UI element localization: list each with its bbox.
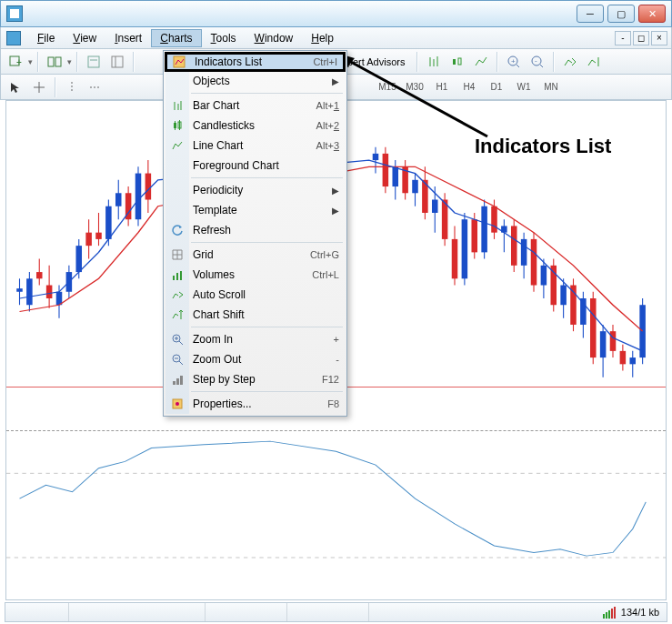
menu-item-refresh[interactable]: Refresh: [165, 220, 345, 240]
crosshair-button[interactable]: [28, 77, 50, 97]
svg-rect-44: [105, 206, 112, 239]
indicators-list-icon: [172, 55, 186, 69]
menu-shortcut: Alt+2: [316, 120, 339, 131]
hline-button[interactable]: [85, 77, 106, 97]
svg-text:+: +: [16, 57, 22, 67]
menu-item-line-chart[interactable]: Line ChartAlt+3: [165, 136, 345, 156]
menu-shortcut: Ctrl+G: [310, 249, 339, 260]
zoom-out-button[interactable]: -: [527, 52, 548, 72]
svg-rect-52: [145, 174, 152, 200]
annotation-label: Indicators List: [475, 135, 611, 158]
menu-item-label: Step by Step: [193, 373, 322, 386]
menu-item-zoom-out[interactable]: Zoom Out-: [165, 349, 345, 369]
market-watch-button[interactable]: [83, 52, 105, 72]
mdi-close-button[interactable]: ×: [651, 31, 667, 45]
window-maximize-button[interactable]: ▢: [607, 5, 635, 23]
menu-file[interactable]: File: [28, 29, 64, 47]
menu-item-template[interactable]: Template▶: [165, 200, 345, 220]
menu-window[interactable]: Window: [246, 29, 303, 47]
timeframe-w1[interactable]: W1: [510, 78, 537, 96]
window-close-button[interactable]: ✕: [638, 5, 666, 23]
menu-item-chart-shift[interactable]: Chart Shift: [165, 305, 345, 325]
svg-rect-32: [46, 286, 53, 298]
menu-item-label: Properties...: [193, 398, 327, 410]
menu-item-bar-chart[interactable]: Bar ChartAlt+1: [165, 96, 345, 116]
menu-item-periodicity[interactable]: Periodicity▶: [165, 180, 345, 200]
svg-rect-100: [600, 331, 607, 357]
autoscroll-icon: [170, 287, 185, 302]
svg-line-135: [347, 60, 487, 136]
svg-rect-121: [180, 271, 182, 280]
svg-rect-130: [173, 381, 176, 385]
autoscroll-button[interactable]: [559, 52, 581, 72]
mdi-minimize-button[interactable]: -: [615, 31, 631, 45]
svg-text:+: +: [511, 57, 516, 65]
menu-item-label: Volumes: [193, 268, 312, 281]
menu-item-label: Zoom In: [193, 333, 334, 346]
svg-rect-104: [620, 351, 627, 364]
menu-item-label: Candlesticks: [193, 119, 316, 132]
menu-item-objects[interactable]: Objects▶: [165, 71, 345, 91]
menu-item-label: Line Chart: [193, 139, 316, 152]
menu-shortcut: +: [334, 334, 339, 345]
svg-rect-42: [95, 233, 102, 239]
svg-rect-86: [531, 239, 537, 286]
svg-rect-106: [629, 357, 636, 364]
chartshift-button[interactable]: [583, 52, 605, 72]
menu-item-indicators-list[interactable]: Indicators ListCtrl+I: [165, 52, 346, 72]
svg-rect-58: [392, 166, 398, 186]
svg-rect-66: [432, 200, 438, 213]
refresh-icon: [170, 223, 185, 237]
profiles-button[interactable]: [44, 52, 65, 72]
submenu-arrow-icon: ▶: [332, 186, 339, 196]
zoomout-icon: [170, 352, 185, 367]
mdi-restore-button[interactable]: ◻: [633, 31, 649, 45]
svg-rect-46: [115, 193, 122, 206]
menu-charts[interactable]: Charts: [151, 29, 201, 47]
menu-item-zoom-in[interactable]: Zoom In+: [165, 329, 345, 349]
window-minimize-button[interactable]: ─: [577, 5, 604, 23]
svg-rect-76: [481, 206, 487, 253]
svg-rect-119: [173, 276, 175, 280]
svg-rect-120: [176, 273, 178, 280]
timeframe-mn[interactable]: MN: [537, 78, 565, 96]
svg-rect-4: [88, 56, 99, 67]
indicator-subpanel[interactable]: [6, 430, 666, 599]
menu-help[interactable]: Help: [302, 29, 343, 47]
zoom-in-button[interactable]: +: [503, 52, 525, 72]
connection-status[interactable]: 134/1 kb: [596, 603, 667, 621]
step-icon: [170, 372, 185, 387]
menu-item-step-by-step[interactable]: Step by StepF12: [165, 369, 345, 389]
cursor-button[interactable]: [5, 77, 26, 97]
navigator-button[interactable]: [106, 52, 128, 72]
svg-rect-2: [48, 57, 54, 66]
menu-item-auto-scroll[interactable]: Auto Scroll: [165, 285, 345, 305]
svg-rect-88: [541, 266, 547, 286]
annotation-arrow: [342, 55, 506, 146]
submenu-arrow-icon: ▶: [332, 76, 339, 86]
vline-button[interactable]: [61, 77, 83, 97]
menu-item-label: Periodicity: [193, 184, 332, 196]
new-chart-button[interactable]: +: [5, 52, 26, 72]
svg-line-128: [179, 361, 183, 365]
bar-chart-icon: [170, 98, 185, 113]
svg-rect-72: [462, 219, 468, 278]
menu-shortcut: Ctrl+I: [313, 56, 337, 67]
menu-item-label: Zoom Out: [193, 353, 336, 366]
menu-item-properties[interactable]: Properties...F8: [165, 394, 345, 414]
menu-item-foreground-chart[interactable]: Foreground Chart: [165, 156, 345, 176]
svg-line-124: [179, 341, 183, 345]
svg-rect-30: [36, 272, 43, 278]
status-cell: [206, 603, 287, 621]
menu-item-grid[interactable]: GridCtrl+G: [165, 245, 345, 265]
menu-shortcut: F8: [327, 398, 339, 409]
window-titlebar: ─ ▢ ✕: [0, 0, 672, 27]
svg-rect-84: [521, 239, 527, 266]
menu-view[interactable]: View: [64, 29, 105, 47]
grid-icon: [170, 247, 185, 262]
menu-tools[interactable]: Tools: [202, 29, 246, 47]
menu-item-candlesticks[interactable]: CandlesticksAlt+2: [165, 116, 345, 136]
svg-rect-98: [590, 298, 597, 357]
menu-item-volumes[interactable]: VolumesCtrl+L: [165, 265, 345, 285]
menu-insert[interactable]: Insert: [105, 29, 151, 47]
